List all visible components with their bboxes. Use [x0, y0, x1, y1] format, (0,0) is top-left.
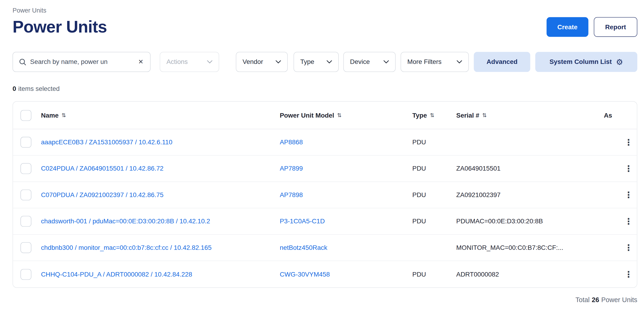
column-label: Serial #	[456, 112, 479, 119]
vendor-dropdown-label: Vendor	[242, 58, 263, 66]
power-unit-model-link[interactable]: AP8868	[280, 138, 303, 146]
serial-value: PDUMAC=00:0E:D3:00:20:8B	[456, 218, 604, 225]
total-label: Total	[576, 296, 590, 303]
row-checkbox[interactable]	[20, 242, 31, 253]
column-header-serial[interactable]: Serial # ⇅	[456, 112, 604, 119]
column-header-assigned[interactable]: As	[604, 112, 619, 119]
row-actions-kebab-icon[interactable]: ⋮	[622, 268, 636, 280]
chevron-down-icon	[207, 60, 212, 64]
serial-value: MONITOR_MAC=00:C0:B7:8C:CF:...	[456, 244, 604, 251]
create-button[interactable]: Create	[546, 17, 588, 37]
row-checkbox[interactable]	[20, 163, 31, 174]
table-row: CHHQ-C104-PDU_A / ADRT0000082 / 10.42.84…	[13, 261, 637, 287]
chevron-down-icon	[384, 60, 389, 64]
row-actions-kebab-icon[interactable]: ⋮	[622, 189, 636, 201]
search-input[interactable]	[30, 58, 134, 66]
power-unit-model-link[interactable]: P3-1C0A5-C1D	[280, 218, 325, 225]
row-checkbox[interactable]	[20, 216, 31, 227]
table-row: chdbnb300 / monitor_mac=00:c0:b7:8c:cf:c…	[13, 235, 637, 261]
sort-icon[interactable]: ⇅	[430, 112, 434, 118]
table-row: aaapcECE0B3 / ZA1531005937 / 10.42.6.110…	[13, 129, 637, 156]
power-units-table: Name ⇅ Power Unit Model ⇅ Type ⇅ Serial …	[12, 101, 637, 288]
row-actions-kebab-icon[interactable]: ⋮	[622, 163, 636, 174]
row-actions-kebab-icon[interactable]: ⋮	[622, 242, 636, 253]
advanced-button[interactable]: Advanced	[474, 52, 530, 72]
type-value: PDU	[412, 270, 456, 278]
table-header-row: Name ⇅ Power Unit Model ⇅ Type ⇅ Serial …	[13, 102, 637, 129]
serial-value: ADRT0000082	[456, 270, 604, 278]
gear-icon: ⚙	[616, 58, 623, 66]
column-label: As	[604, 112, 612, 119]
chevron-down-icon	[327, 60, 332, 64]
table-row: C024PDUA / ZA0649015501 / 10.42.86.72 AP…	[13, 156, 637, 182]
column-header-model[interactable]: Power Unit Model ⇅	[280, 112, 412, 119]
power-unit-name-link[interactable]: chdbnb300 / monitor_mac=00:c0:b7:8c:cf:c…	[41, 244, 212, 251]
table-row: chadsworth-001 / pduMac=00:0E:D3:00:20:8…	[13, 208, 637, 234]
selection-status: 0items selected	[12, 85, 637, 92]
header-actions: Create Report	[546, 17, 637, 37]
vendor-dropdown[interactable]: Vendor	[236, 52, 288, 72]
actions-dropdown[interactable]: Actions	[160, 52, 219, 72]
power-unit-name-link[interactable]: C070PDUA / ZA0921002397 / 10.42.86.75	[41, 191, 163, 198]
system-column-list-button[interactable]: System Column List ⚙	[535, 52, 637, 72]
serial-value: ZA0649015501	[456, 165, 604, 172]
selected-count: 0	[12, 85, 16, 92]
row-actions-kebab-icon[interactable]: ⋮	[622, 216, 636, 227]
type-value: PDU	[412, 191, 456, 199]
breadcrumb[interactable]: Power Units	[12, 7, 637, 14]
sort-icon[interactable]: ⇅	[482, 112, 487, 118]
actions-dropdown-label: Actions	[166, 58, 188, 66]
type-dropdown-label: Type	[300, 58, 314, 66]
system-column-list-label: System Column List	[550, 58, 612, 66]
sort-icon[interactable]: ⇅	[337, 112, 342, 118]
selected-label: items selected	[18, 85, 60, 92]
power-unit-name-link[interactable]: chadsworth-001 / pduMac=00:0E:D3:00:20:8…	[41, 218, 210, 225]
more-filters-dropdown-label: More Filters	[407, 58, 442, 66]
page-title: Power Units	[12, 18, 107, 36]
total-suffix: Power Units	[601, 296, 637, 303]
type-dropdown[interactable]: Type	[294, 52, 339, 72]
column-label: Type	[412, 112, 427, 119]
type-value: PDU	[412, 138, 456, 146]
device-dropdown-label: Device	[350, 58, 370, 66]
device-dropdown[interactable]: Device	[343, 52, 396, 72]
row-checkbox[interactable]	[20, 269, 31, 280]
type-value: PDU	[412, 165, 456, 172]
filter-bar: ✕ Actions Vendor Type	[12, 52, 637, 72]
clear-search-icon[interactable]: ✕	[137, 58, 144, 67]
select-all-checkbox[interactable]	[20, 110, 31, 121]
power-unit-name-link[interactable]: C024PDUA / ZA0649015501 / 10.42.86.72	[41, 165, 163, 172]
row-checkbox[interactable]	[20, 190, 31, 200]
power-unit-name-link[interactable]: CHHQ-C104-PDU_A / ADRT0000082 / 10.42.84…	[41, 270, 192, 278]
power-unit-model-link[interactable]: CWG-30VYM458	[280, 270, 330, 278]
row-checkbox[interactable]	[20, 137, 31, 148]
column-label: Name	[41, 112, 58, 119]
chevron-down-icon	[276, 60, 281, 64]
more-filters-dropdown[interactable]: More Filters	[400, 52, 468, 72]
power-unit-name-link[interactable]: aaapcECE0B3 / ZA1531005937 / 10.42.6.110	[41, 138, 172, 146]
power-unit-model-link[interactable]: AP7898	[280, 191, 303, 198]
power-unit-model-link[interactable]: AP7899	[280, 165, 303, 172]
page-header: Power Units Create Report	[12, 17, 637, 37]
table-row: C070PDUA / ZA0921002397 / 10.42.86.75 AP…	[13, 182, 637, 208]
column-label: Power Unit Model	[280, 112, 334, 119]
viewport: Power Units Power Units Create Report ✕	[0, 0, 644, 330]
chevron-down-icon	[457, 60, 462, 64]
search-icon	[19, 58, 26, 66]
type-value: PDU	[412, 218, 456, 225]
column-header-name[interactable]: Name ⇅	[41, 112, 280, 119]
column-header-type[interactable]: Type ⇅	[412, 112, 456, 119]
power-units-page: Power Units Power Units Create Report ✕	[0, 0, 644, 330]
search-box[interactable]: ✕	[12, 52, 150, 72]
report-button[interactable]: Report	[594, 17, 637, 37]
row-actions-kebab-icon[interactable]: ⋮	[622, 136, 636, 148]
table-total: Total26Power Units	[12, 296, 637, 304]
sort-icon[interactable]: ⇅	[62, 112, 66, 118]
serial-value: ZA0921002397	[456, 191, 604, 199]
power-unit-model-link[interactable]: netBotz450Rack	[280, 244, 327, 251]
total-count: 26	[592, 296, 599, 303]
